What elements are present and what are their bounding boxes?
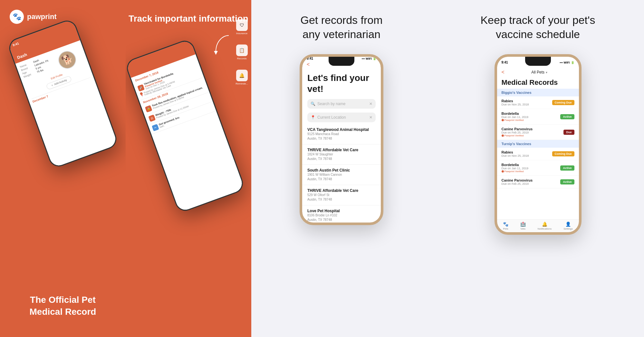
nav-settings-label: Settings <box>563 227 573 230</box>
vet-item-1[interactable]: VCA Tanglewood Animal Hospital 9125 Manc… <box>302 124 381 144</box>
nav-row-4: < All Pets ▾ <box>497 68 579 76</box>
vaccine-due-turnip-rabies: Due on Nov 25, 2018 <box>502 154 552 157</box>
panel4-headline: Keep track of your pet's vaccine schedul… <box>480 13 595 41</box>
vaccine-item-biggio-parvo: Canine Parvovirus Due on Feb 25, 2019 Pa… <box>497 124 579 140</box>
vet-address-3: 1901 W William CannonAustin, TX 78748 <box>307 173 376 182</box>
vaccine-name-turnip-bordetella: Bordetella <box>502 163 561 167</box>
location-pin-icon: 📍 <box>311 115 315 120</box>
badge-turnip-bordetella: Active <box>560 165 574 171</box>
phone-screen-panel1: 9:41 Dash NameDash BreedLabrador, Pit Ag… <box>8 19 118 168</box>
location-placeholder: Current Location <box>317 115 346 120</box>
phone-panel4: 9:41 ▪▪▪ WiFi 🔋 < All Pets ▾ Medical Rec… <box>495 54 582 235</box>
records-icon: 📋 <box>236 45 248 56</box>
groom-icon: ✂ <box>152 124 159 131</box>
vaccine-due-biggio-rabies: Due on Nov 25, 2018 <box>502 103 552 106</box>
arrow-annotation <box>209 32 235 60</box>
wifi-icon-3: WiFi <box>366 57 372 60</box>
vaccine-name-biggio-parvo: Canine Parvovirus <box>502 127 564 131</box>
bottom-nav: 🐾 Pets 🏥 Vets 🔔 Notifications 👤 Settings <box>497 219 579 232</box>
reminder-label: Reminde... <box>235 82 248 85</box>
nav-vets-label: Vets <box>521 227 526 230</box>
vet-item-4[interactable]: THRIVE Affordable Vet Care 529 W Oltorf … <box>302 185 381 205</box>
signal-icon-3: ▪▪▪ <box>362 57 365 60</box>
records-icon-item: 📋 Records <box>235 45 248 60</box>
nav-settings[interactable]: 👤 Settings <box>563 222 573 230</box>
badge-turnip-rabies: Coming Due <box>552 151 574 156</box>
vaccine-name-biggio-rabies: Rabies <box>502 99 552 103</box>
phone-time-1: 9:41 <box>12 42 20 47</box>
logo-circle: 🐾 <box>10 10 24 24</box>
plus-icon: ＋ <box>50 83 54 87</box>
vaccine-due-turnip-bordetella: Due on Jan 11, 2019 <box>502 167 561 170</box>
vet-item-2[interactable]: THRIVE Affordable Vet Care 1824 W Slaugh… <box>302 144 381 165</box>
badge-biggio-parvo: Due <box>563 130 574 135</box>
badge-biggio-rabies: Coming Due <box>552 100 574 105</box>
vaccine-item-turnip-rabies: Rabies Due on Nov 25, 2018 Coming Due <box>497 148 579 160</box>
location-clear-icon[interactable]: ✕ <box>369 115 372 120</box>
vaccine-due-turnip-parvo: Due on Feb 25, 2019 <box>502 182 561 185</box>
vaccine-name-turnip-rabies: Rabies <box>502 150 552 154</box>
nav-vets[interactable]: 🏥 Vets <box>520 222 526 230</box>
phone-panel2: December 7, 2018 💉 Vaccinated for Bordet… <box>126 38 246 213</box>
vaccine-item-biggio-bordetella: Bordetella Due on Jan 11, 2019 Pawprint … <box>497 109 579 124</box>
reminder-icon-item: 🔔 Reminde... <box>235 70 248 85</box>
vet-address-5: 8106 Brodie Ln #102Austin, TX 78748 <box>307 213 376 222</box>
notch-4 <box>525 57 551 66</box>
search-icon: 🔍 <box>311 102 315 106</box>
phone-dash-title: Dash <box>16 52 28 60</box>
badge-turnip-parvo: Active <box>560 179 574 184</box>
battery-icon-3: 🔋 <box>373 57 376 60</box>
phone-inner-4: 9:41 ▪▪▪ WiFi 🔋 < All Pets ▾ Medical Rec… <box>497 57 579 232</box>
battery-icon-4: 🔋 <box>571 61 574 64</box>
search-bar[interactable]: 🔍 Search by name ✕ <box>307 99 376 109</box>
panel-2: Track important information 🛡 Insurance … <box>126 0 251 337</box>
vet-name-4: THRIVE Affordable Vet Care <box>307 188 376 193</box>
vets-nav-icon: 🏥 <box>520 222 526 227</box>
phone-inner-3: 9:41 ▪▪▪ WiFi 🔋 < Let's find your vet! 🔍… <box>302 57 381 223</box>
biggio-vaccines-header: Biggio's Vaccines <box>497 89 579 96</box>
vet-item-5[interactable]: Love Pet Hospital 8106 Brodie Ln #102Aus… <box>302 205 381 223</box>
vaccine-name-biggio-bordetella: Bordetella <box>502 112 561 115</box>
vet-address-4: 529 W Oltorf StAustin, TX 78748 <box>307 193 376 202</box>
vet-name-3: South Austin Pet Clinic <box>307 168 376 173</box>
vaccine-info-biggio-bordetella: Bordetella Due on Jan 11, 2019 Pawprint … <box>502 112 561 122</box>
turnip-vaccines-header: Turnip's Vaccines <box>497 140 579 148</box>
vaccine-due-biggio-parvo: Due on Feb 25, 2019 <box>502 131 564 134</box>
time-3: 9:41 <box>307 57 313 60</box>
verified-dot-icon-3 <box>502 170 504 173</box>
vaccine-info-turnip-parvo: Canine Parvovirus Due on Feb 25, 2019 <box>502 178 561 185</box>
all-pets-label: All Pets <box>531 70 544 74</box>
back-button-3[interactable]: < <box>307 62 310 67</box>
vaccine-info-biggio-rabies: Rabies Due on Nov 25, 2018 <box>502 99 552 106</box>
vaccine-verified-biggio-bordetella: Pawprint Verified <box>502 119 561 122</box>
logo-text: pawprint <box>27 13 57 21</box>
medical-records-title: Medical Records <box>497 76 579 89</box>
back-button-4[interactable]: < <box>502 69 505 75</box>
vet-item-3[interactable]: South Austin Pet Clinic 1901 W William C… <box>302 165 381 185</box>
insurance-icon: 🛡 <box>236 19 248 31</box>
paw-icon: 🐾 <box>13 13 21 21</box>
time-4: 9:41 <box>502 61 508 64</box>
panel-4: Keep track of your pet's vaccine schedul… <box>432 0 644 337</box>
vaccine-verified-biggio-parvo: Pawprint Verified <box>502 134 564 137</box>
weight-icon: ⚖ <box>148 114 156 122</box>
vaccine-name-turnip-parvo: Canine Parvovirus <box>502 178 561 182</box>
search-placeholder: Search by name <box>317 102 345 106</box>
nav-pets[interactable]: 🐾 Pets <box>503 222 508 230</box>
verified-dot-icon-2 <box>502 134 504 137</box>
vaccine-due-biggio-bordetella: Due on Jan 11, 2019 <box>502 115 561 119</box>
badge-biggio-bordetella: Active <box>560 114 574 119</box>
search-clear-icon[interactable]: ✕ <box>369 102 372 106</box>
location-bar[interactable]: 📍 Current Location ✕ <box>307 113 376 122</box>
vaccine-info-turnip-rabies: Rabies Due on Nov 25, 2018 <box>502 150 552 157</box>
vet-address-1: 9125 Manchaca RoadAustin, TX 78748 <box>307 132 376 141</box>
pet-avatar: 🐕 <box>56 48 79 71</box>
vaccine-item-turnip-parvo: Canine Parvovirus Due on Feb 25, 2019 Ac… <box>497 176 579 188</box>
nav-notifications[interactable]: 🔔 Notifications <box>538 222 552 230</box>
all-pets-selector[interactable]: All Pets ▾ <box>505 69 574 76</box>
panel-1: 🐾 pawprint 9:41 Dash NameDash BreedLabra… <box>0 0 126 337</box>
verified-dot-icon <box>502 119 504 121</box>
insurance-label: Insurance <box>236 32 247 35</box>
phone-panel1: 9:41 Dash NameDash BreedLabrador, Pit Ag… <box>6 18 119 169</box>
phone-screen-panel2: December 7, 2018 💉 Vaccinated for Bordet… <box>126 39 245 212</box>
